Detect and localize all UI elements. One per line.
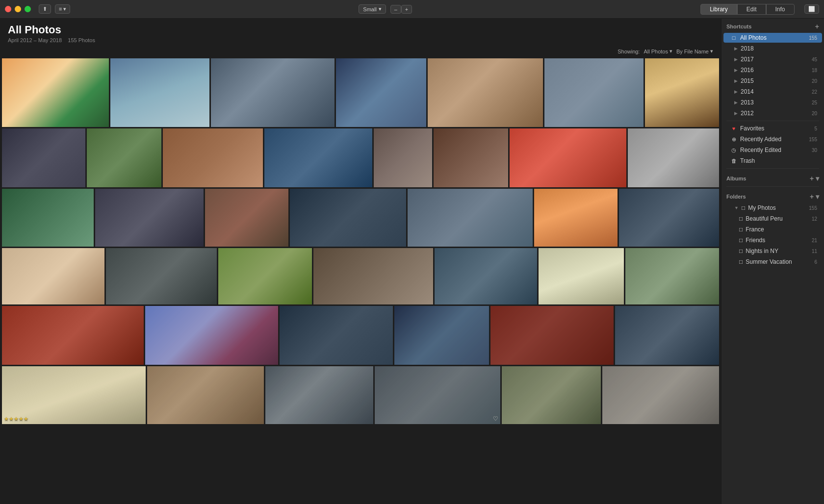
sidebar-item-france[interactable]: □ France [723,225,822,234]
maximize-button[interactable] [25,6,31,12]
sidebar-item-2014[interactable]: ▶ 2014 22 [723,87,822,97]
sidebar: Shortcuts + □ All Photos 155 ▶ 2018 ▶ 20… [721,19,824,504]
plus-circle-icon: ⊕ [730,136,737,143]
photo-cell[interactable] [218,248,312,304]
import-button[interactable]: ⬆ [39,4,51,14]
photo-cell[interactable] [510,128,626,187]
divider [726,121,819,121]
photo-cell[interactable] [106,248,217,304]
chevron-down-icon: ▾ [710,48,713,54]
sidebar-item-trash[interactable]: 🗑 Trash [723,156,822,166]
close-button[interactable] [5,6,11,12]
photo-cell[interactable] [265,366,373,424]
photo-cell[interactable] [2,306,144,365]
photo-cell[interactable] [110,58,209,127]
photo-cell[interactable] [2,189,94,247]
photo-cell[interactable] [534,189,618,247]
photo-cell[interactable] [544,58,643,127]
sidebar-item-recently-edited[interactable]: ◷ Recently Edited 30 [723,145,822,155]
zoom-in-button[interactable]: + [401,5,412,14]
sidebar-item-2017[interactable]: ▶ 2017 45 [723,54,822,64]
photo-cell[interactable] [145,306,278,365]
sort-filter[interactable]: By File Name ▾ [676,48,713,54]
photo-cell[interactable] [205,189,288,247]
divider [726,186,819,187]
photo-cell[interactable] [615,306,719,365]
photo-cell[interactable] [619,189,719,247]
page-title: All Photos [8,24,713,36]
showing-filter[interactable]: All Photos ▾ [644,48,672,54]
sidebar-item-2016[interactable]: ▶ 2016 18 [723,65,822,75]
photo-cell[interactable] [290,189,407,247]
folder-icon: □ [739,215,743,222]
photo-cell[interactable] [602,366,719,424]
sidebar-item-nights-in-ny[interactable]: □ Nights in NY 11 [723,246,822,256]
sidebar-item-favorites[interactable]: ♥ Favorites 5 [723,124,822,133]
photo-cell[interactable] [211,58,335,127]
tab-edit[interactable]: Edit [737,4,766,15]
photo-cell[interactable] [2,128,85,187]
photo-cell[interactable] [374,128,432,187]
photo-cell[interactable] [313,248,433,304]
sidebar-item-all-photos[interactable]: □ All Photos 155 [723,33,822,43]
heart-icon: ♡ [493,415,498,422]
sidebar-item-summer-vacation[interactable]: □ Summer Vacation 6 [723,257,822,267]
zoom-out-button[interactable]: – [390,5,401,14]
sidebar-item-recently-added[interactable]: ⊕ Recently Added 155 [723,134,822,144]
sidebar-item-2012[interactable]: ▶ 2012 20 [723,108,822,118]
photo-cell[interactable] [428,58,543,127]
chevron-right-icon: ▶ [734,111,738,116]
photos-icon: □ [730,35,737,41]
photo-grid[interactable]: ★★★★★ ♡ [0,56,721,504]
photo-cell[interactable] [394,306,489,365]
photo-cell[interactable]: ★★★★★ [2,366,146,424]
chevron-down-icon: ▾ [379,6,382,12]
chevron-right-icon: ▶ [734,89,738,94]
size-selector[interactable]: Small ▾ [359,4,386,14]
size-label: Small [363,6,377,12]
photo-cell[interactable] [87,128,162,187]
photo-cell[interactable] [163,128,262,187]
grid-row [2,58,719,127]
trash-icon: 🗑 [730,158,737,164]
photo-cell[interactable] [645,58,719,127]
grid-row [2,189,719,247]
photo-cell[interactable] [264,128,372,187]
add-shortcut-button[interactable]: + [815,23,819,30]
clock-icon: ◷ [730,147,737,153]
photo-cell[interactable] [336,58,427,127]
photo-cell[interactable] [628,128,719,187]
photo-cell[interactable] [502,366,600,424]
photo-cell[interactable] [539,248,624,304]
photo-cell[interactable] [625,248,719,304]
sidebar-item-2015[interactable]: ▶ 2015 20 [723,76,822,86]
photo-cell[interactable] [95,189,204,247]
photo-cell[interactable] [434,128,509,187]
add-folder-button[interactable]: + ▾ [810,193,819,201]
albums-header: Albums + ▾ [721,171,824,184]
photo-cell[interactable] [2,58,109,127]
photo-cell[interactable] [408,189,533,247]
tab-info[interactable]: Info [766,4,795,15]
share-button[interactable]: ⬜ [804,4,819,14]
titlebar-tools: ⬆ ≡ ▾ [39,4,70,14]
photo-cell[interactable]: ♡ [375,366,500,424]
photo-cell[interactable] [147,366,264,424]
minimize-button[interactable] [15,6,21,12]
photo-cell[interactable] [490,306,614,365]
divider [726,168,819,169]
menu-button[interactable]: ≡ ▾ [55,4,70,14]
add-album-button[interactable]: + ▾ [810,175,819,182]
sidebar-item-2013[interactable]: ▶ 2013 25 [723,98,822,107]
chevron-right-icon: ▶ [734,68,738,73]
sidebar-item-beautiful-peru[interactable]: □ Beautiful Peru 12 [723,214,822,224]
star-rating: ★★★★★ [4,416,28,422]
tab-library[interactable]: Library [700,4,737,15]
sidebar-item-friends[interactable]: □ Friends 21 [723,235,822,245]
chevron-right-icon: ▶ [734,78,738,83]
sidebar-item-2018[interactable]: ▶ 2018 [723,44,822,53]
photo-cell[interactable] [280,306,393,365]
photo-cell[interactable] [435,248,537,304]
sidebar-item-my-photos[interactable]: ▼ □ My Photos 155 [723,203,822,213]
photo-cell[interactable] [2,248,104,304]
